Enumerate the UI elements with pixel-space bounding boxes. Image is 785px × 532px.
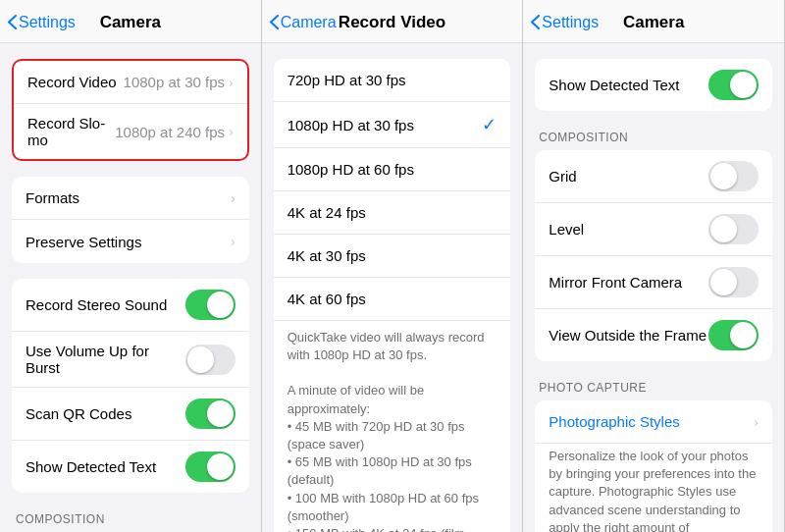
highlighted-card: Record Video 1080p at 30 fps › Record Sl… [12,59,249,161]
volume-burst-toggle[interactable] [185,345,236,375]
record-stereo-row: Record Stereo Sound [12,279,249,332]
quicktake-note: QuickTake video will always record with … [274,321,511,374]
photographic-styles-label3: Photographic Styles [549,413,754,430]
composition-card3: Grid Level Mirror Front Camera View Outs… [535,150,772,361]
back-button-settings2[interactable]: Settings [531,14,599,31]
scan-qr-toggle[interactable] [185,399,236,429]
formats-label: Formats [26,189,231,206]
size-note: A minute of video will be approximately:… [274,374,511,532]
volume-burst-label: Use Volume Up for Burst [26,343,185,376]
panel-camera-settings-2: Settings Camera Show Detected Text COMPO… [523,0,785,532]
show-detected-text-row3: Show Detected Text [535,59,772,111]
panel2-title: Record Video [339,13,445,32]
option-720p-row[interactable]: 720p HD at 30 fps [274,59,511,102]
back-label-settings: Settings [19,14,76,31]
preserve-chevron: › [231,234,236,249]
back-label-settings2: Settings [542,14,599,31]
composition-section-label3: COMPOSITION [523,127,784,150]
volume-burst-row: Use Volume Up for Burst [12,332,249,388]
photo-capture-section-label3: PHOTO CAPTURE [523,377,784,400]
grid-label3: Grid [549,168,708,185]
back-button-settings[interactable]: Settings [8,14,76,31]
show-detected-text-label3: Show Detected Text [549,77,708,93]
formats-card: Formats › Preserve Settings › [12,177,249,263]
panel1-scroll: Record Video 1080p at 30 fps › Record Sl… [0,43,261,532]
chevron-icon2: › [229,124,234,139]
panel1-title: Camera [100,13,161,32]
video-options-card: 720p HD at 30 fps 1080p HD at 30 fps ✓ 1… [274,59,511,532]
back-label-camera: Camera [281,14,337,31]
view-outside-toggle3[interactable] [708,320,759,350]
preserve-settings-label: Preserve Settings [26,234,231,250]
record-slomo-row[interactable]: Record Slo-mo 1080p at 240 fps › [14,104,247,159]
checkmark-icon: ✓ [482,114,497,135]
record-slomo-label: Record Slo-mo [27,115,115,148]
panel3-scroll: Show Detected Text COMPOSITION Grid Leve… [523,43,784,532]
option-1080p60-label: 1080p HD at 60 fps [288,161,497,178]
photographic-styles-card: Photographic Styles › Personalize the lo… [535,400,772,532]
mirror-front-label3: Mirror Front Camera [549,274,708,291]
toggle-rows-card: Record Stereo Sound Use Volume Up for Bu… [12,279,249,493]
nav-bar-panel3: Settings Camera [523,0,784,43]
formats-row[interactable]: Formats › [12,177,249,220]
level-toggle3[interactable] [708,214,759,244]
option-4k24-label: 4K at 24 fps [288,204,497,221]
grid-toggle3[interactable] [708,161,759,191]
show-detected-label: Show Detected Text [26,458,185,475]
option-4k30-label: 4K at 30 fps [288,247,497,264]
preserve-settings-row[interactable]: Preserve Settings › [12,220,249,263]
show-detected-toggle[interactable] [185,452,236,482]
record-stereo-toggle[interactable] [185,290,236,320]
nav-bar-panel1: Settings Camera [0,0,261,43]
mirror-front-row3: Mirror Front Camera [535,256,772,309]
photographic-styles-row3[interactable]: Photographic Styles › [535,400,772,444]
option-4k24-row[interactable]: 4K at 24 fps [274,191,511,235]
nav-bar-panel2: Camera Record Video [262,0,523,43]
option-4k60-label: 4K at 60 fps [288,291,497,307]
scan-qr-row: Scan QR Codes [12,388,249,441]
option-1080p30-label: 1080p HD at 30 fps [288,117,483,133]
option-4k60-row[interactable]: 4K at 60 fps [274,278,511,321]
show-detected-text-toggle3[interactable] [708,70,759,100]
grid-row3: Grid [535,150,772,203]
option-1080p60-row[interactable]: 1080p HD at 60 fps [274,148,511,191]
mirror-front-toggle3[interactable] [708,267,759,297]
show-detected-text-row: Show Detected Text [12,441,249,493]
record-video-row[interactable]: Record Video 1080p at 30 fps › [14,61,247,104]
level-label3: Level [549,221,708,238]
formats-chevron: › [231,190,236,206]
composition-section-label: COMPOSITION [0,508,261,532]
panel-camera-settings: Settings Camera Record Video 1080p at 30… [0,0,262,532]
record-slomo-value: 1080p at 240 fps [115,124,225,140]
view-outside-label3: View Outside the Frame [549,327,708,344]
view-outside-row3: View Outside the Frame [535,309,772,361]
level-row3: Level [535,203,772,256]
option-1080p30-row[interactable]: 1080p HD at 30 fps ✓ [274,102,511,148]
photographic-styles-desc: Personalize the look of your photos by b… [535,444,772,532]
photographic-styles-chevron3: › [754,414,759,430]
record-video-label: Record Video [27,74,124,90]
record-stereo-label: Record Stereo Sound [26,296,185,313]
record-video-value: 1080p at 30 fps [124,74,225,90]
panel2-scroll: 720p HD at 30 fps 1080p HD at 30 fps ✓ 1… [262,43,523,532]
panel-record-video: Camera Record Video 720p HD at 30 fps 10… [262,0,524,532]
scan-qr-label: Scan QR Codes [26,405,185,422]
back-button-camera[interactable]: Camera [270,14,337,31]
panel3-title: Camera [623,13,684,32]
show-detected-text-card: Show Detected Text [535,59,772,111]
option-720p-label: 720p HD at 30 fps [288,72,497,88]
option-4k30-row[interactable]: 4K at 30 fps [274,235,511,278]
chevron-icon: › [229,75,234,90]
